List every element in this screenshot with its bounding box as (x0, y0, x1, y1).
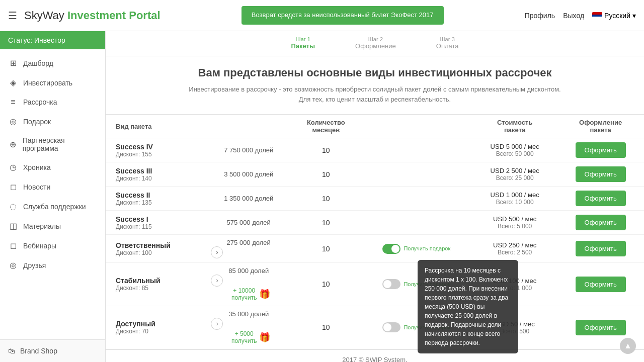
price-main: USD 5 000 / мес (477, 143, 552, 150)
table-row: СтабильныйДисконт: 8585 000 долей › + 10… (106, 263, 644, 306)
table-row: ДоступныйДисконт: 7035 000 долей › + 500… (106, 306, 644, 349)
row-name: Доступный (116, 320, 201, 328)
dashboard-icon: ⊞ (8, 58, 18, 68)
row-months-value: 10 (322, 219, 330, 227)
status-value: Инвестор (34, 36, 65, 44)
sidebar-item-friends[interactable]: ◎Друзья (0, 255, 105, 275)
order-button[interactable]: Оформить (576, 215, 626, 230)
tooltip-box: Рассрочка на 10 месяцев с дисконтом 1 х … (418, 260, 518, 353)
toggle-switch[interactable] (382, 244, 400, 254)
logout-link[interactable]: Выход (563, 12, 584, 20)
sidebar-item-gift[interactable]: ◎Подарок (0, 112, 105, 131)
row-name: Success II (116, 191, 201, 199)
sidebar-nav: ⊞Дашборд◈Инвестировать≡Рассрочка◎Подарок… (0, 49, 105, 339)
invest-table: Вид пакета Количествомесяцев Стоимостьпа… (106, 114, 644, 349)
sidebar-label-support: Служба поддержки (23, 203, 86, 211)
step-1-name: Пакеты (291, 42, 315, 50)
sidebar-item-news[interactable]: ◻Новости (0, 177, 105, 197)
row-shares-value: 7 750 000 долей (224, 146, 273, 154)
order-button[interactable]: Оформить (576, 142, 626, 158)
arrow-button[interactable]: › (211, 275, 223, 287)
sidebar-item-brandshop[interactable]: 🛍 Brand Shop (0, 339, 105, 362)
row-3-price: USD 500 / месВсего: 5 000 (472, 211, 557, 235)
step-2-name: Оформление (355, 42, 396, 50)
lang-chevron-icon: ▾ (632, 12, 636, 20)
row-1-shares: 3 500 000 долей (206, 162, 291, 187)
row-shares-value: 1 350 000 долей (224, 195, 273, 202)
table-row: Success IДисконт: 115575 000 долей10USD … (106, 211, 644, 235)
header-center: Возврат средств за неиспользованный биле… (160, 6, 525, 25)
sidebar-item-installment[interactable]: ≡Рассрочка (0, 93, 105, 112)
ecofest-button[interactable]: Возврат средств за неиспользованный биле… (242, 6, 444, 25)
language-selector[interactable]: Русский ▾ (592, 12, 636, 20)
step-2-label: Шаг 2 (355, 36, 396, 42)
price-main: USD 2 500 / мес (477, 167, 552, 174)
row-0-months: 10 (291, 138, 361, 162)
step-3-label: Шаг 3 (436, 36, 459, 42)
sidebar-item-partner[interactable]: ⊕Партнерская программа (0, 131, 105, 157)
row-5-months: 10 (291, 263, 361, 306)
order-button[interactable]: Оформить (576, 191, 626, 206)
sidebar-item-materials[interactable]: ◫Материалы (0, 216, 105, 236)
sidebar-item-webinars[interactable]: ◻Вебинары (0, 236, 105, 255)
scroll-top-button[interactable]: ▲ (620, 338, 636, 354)
row-3-toggle (361, 211, 472, 235)
partner-icon: ⊕ (8, 140, 18, 149)
gift-label: Получить подарок (404, 245, 450, 252)
friends-icon: ◎ (8, 260, 18, 270)
sidebar: Статус: Инвестор ⊞Дашборд◈Инвестировать≡… (0, 31, 106, 362)
order-button[interactable]: Оформить (576, 277, 626, 292)
order-button[interactable]: Оформить (576, 320, 626, 335)
sidebar-item-dashboard[interactable]: ⊞Дашборд (0, 53, 105, 73)
page-title: Вам представлены основные виды инвестици… (126, 66, 624, 79)
sidebar-label-webinars: Вебинары (23, 242, 56, 250)
row-1-price: USD 2 500 / месВсего: 25 000 (472, 162, 557, 187)
table-row: Success IIIДисконт: 1403 500 000 долей10… (106, 162, 644, 187)
sidebar-label-news: Новости (23, 183, 50, 191)
menu-icon[interactable]: ☰ (8, 10, 17, 22)
sidebar-item-history[interactable]: ◷Хроника (0, 157, 105, 177)
brand-portal: Investment Portal (67, 9, 160, 22)
gift-get[interactable]: получить (231, 337, 257, 344)
arrow-button[interactable]: › (211, 318, 223, 330)
layout: Статус: Инвестор ⊞Дашборд◈Инвестировать≡… (0, 31, 644, 362)
price-total: Всего: 50 000 (477, 150, 552, 157)
row-2-toggle (361, 187, 472, 211)
steps-bar: Шаг 1 Пакеты Шаг 2 Оформление Шаг 3 Опла… (106, 31, 644, 56)
row-2-price: USD 1 000 / месВсего: 10 000 (472, 187, 557, 211)
sidebar-item-invest[interactable]: ◈Инвестировать (0, 73, 105, 93)
toggle-switch[interactable] (382, 322, 400, 332)
row-discount: Дисконт: 155 (116, 151, 201, 158)
row-discount: Дисконт: 70 (116, 328, 201, 335)
brandshop-label: Brand Shop (20, 347, 57, 355)
sidebar-item-support[interactable]: ◌Служба поддержки (0, 197, 105, 216)
row-months-value: 10 (322, 170, 330, 178)
status-label: Статус: (8, 36, 32, 44)
profile-link[interactable]: Профиль (525, 12, 555, 20)
gift-get[interactable]: получить (231, 294, 257, 301)
invest-icon: ◈ (8, 78, 18, 87)
row-shares-value: 275 000 долей (227, 239, 271, 246)
row-shares-value: 35 000 долей (228, 310, 269, 318)
row-0-package: Success IVДисконт: 155 (106, 138, 206, 162)
sidebar-label-history: Хроника (23, 163, 51, 171)
webinars-icon: ◻ (8, 241, 18, 250)
table-row: Success IVДисконт: 1557 750 000 долей10U… (106, 138, 644, 162)
order-button[interactable]: Оформить (576, 241, 626, 256)
arrow-button[interactable]: › (211, 246, 223, 258)
toggle-switch[interactable] (382, 279, 400, 289)
flag-icon (592, 12, 602, 19)
header-title: SkyWay Investment Portal (24, 9, 160, 22)
order-button[interactable]: Оформить (576, 166, 626, 182)
status-bar: Статус: Инвестор (0, 31, 105, 49)
row-4-shares: 275 000 долей › (206, 235, 291, 263)
gift-icon: 🎁 (259, 289, 270, 300)
row-name: Success III (116, 167, 201, 175)
materials-icon: ◫ (8, 221, 18, 231)
gift-icon: 🎁 (259, 332, 270, 343)
row-3-package: Success IДисконт: 115 (106, 211, 206, 235)
row-discount: Дисконт: 140 (116, 175, 201, 182)
row-months-value: 10 (322, 195, 330, 203)
row-2-order: Оформить (557, 187, 644, 211)
step-3: Шаг 3 Оплата (436, 36, 459, 50)
